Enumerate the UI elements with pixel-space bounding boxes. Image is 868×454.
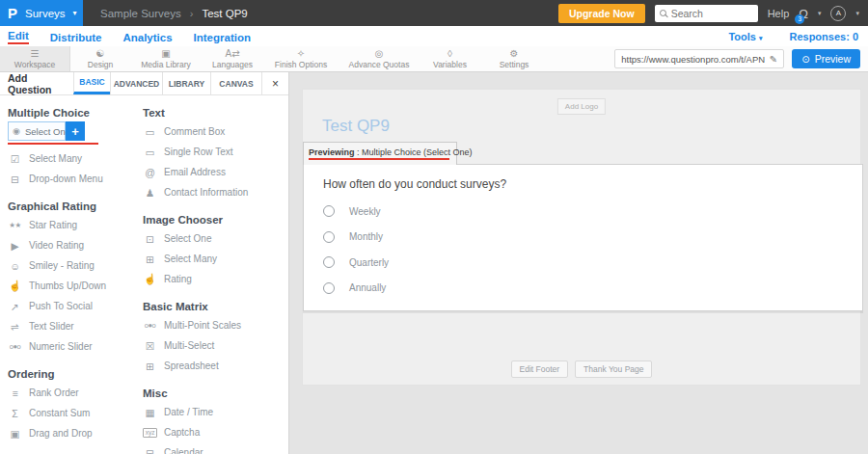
spreadsheet-icon: ⊞ [143,361,157,372]
toolbar-item-variables[interactable]: ◊ Variables [420,46,480,71]
tab-advanced[interactable]: ADVANCED [110,72,162,94]
sidebar-item-image-rating[interactable]: ☝ Rating [143,269,282,289]
sidebar-item-push-to-social[interactable]: ↗ Push To Social [8,296,135,316]
question-text[interactable]: How often do you conduct surveys? [323,177,843,191]
radio-icon[interactable] [323,231,335,243]
search-input[interactable] [671,8,750,19]
section-heading: Image Chooser [143,214,282,226]
toolbar-item-languages[interactable]: A⇄ Languages [202,46,263,71]
question-types-column-1: Multiple Choice ◉ Select One + ☑ Select … [8,95,135,454]
sidebar-item-email-address[interactable]: @ Email Address [143,162,282,182]
sidebar-item-smiley-rating[interactable]: ☺ Smiley - Rating [8,255,135,276]
sidebar-item-select-one: ◉ Select One + [8,121,135,145]
nav-right: Tools ▾ Responses: 0 [728,31,858,42]
dropdown-menu-icon: ⊟ [8,174,22,185]
search-box[interactable] [655,5,758,22]
tab-basic[interactable]: BASIC [73,72,110,94]
nav-item-distribute[interactable]: Distribute [50,30,102,43]
toolbar-item-advance-quotas[interactable]: ◎ Advance Quotas [339,46,420,71]
calendar-icon: ⊟ [143,447,157,454]
single-row-text-icon: ▭ [143,147,157,158]
survey-title[interactable]: Test QP9 [322,117,390,136]
push-social-icon: ↗ [8,301,22,312]
section-heading: Basic Matrix [143,301,282,312]
sidebar-item-drag-and-drop[interactable]: ▣ Drag and Drop [8,423,135,443]
survey-url-input[interactable] [621,54,765,65]
sidebar-item-spreadsheet[interactable]: ⊞ Spreadsheet [143,356,282,376]
sidebar-item-star-rating[interactable]: ★★ Star Rating [8,215,135,235]
tab-canvas[interactable]: CANVAS [210,72,261,94]
multi-point-scales-icon: o●o [143,321,157,330]
radio-icon[interactable] [323,205,335,217]
close-icon[interactable]: × [261,72,288,94]
option-label: Annually [349,282,386,293]
sidebar-item-multi-point-scales[interactable]: o●o Multi-Point Scales [143,315,282,335]
add-question-plus-button[interactable]: + [66,121,85,141]
sidebar-item-thumbs-updown[interactable]: ☝ Thumbs Up/Down [8,276,135,296]
nav-item-edit[interactable]: Edit [8,28,29,44]
select-many-icon: ☑ [8,153,22,165]
image-select-many-icon: ⊞ [143,254,157,265]
contact-info-icon: ♟ [143,187,157,199]
multi-select-icon: ☒ [143,340,157,352]
constant-sum-icon: Σ [8,408,22,419]
toolbar-item-workspace[interactable]: ☰ Workspace [0,46,70,71]
avatar[interactable]: A [830,6,846,21]
sidebar-item-calendar[interactable]: ⊟ Calendar [143,442,282,454]
tab-library[interactable]: LIBRARY [162,72,210,94]
sidebar-item-numeric-slider[interactable]: o●o Numeric Slider [8,336,135,357]
question-card[interactable]: How often do you conduct surveys? Weekly… [303,164,863,311]
rank-order-icon: ≡ [8,387,22,399]
image-icon: ▣ [161,49,170,59]
sidebar-item-multi-select[interactable]: ☒ Multi-Select [143,335,282,356]
responses-link[interactable]: Responses: 0 [789,31,858,42]
sidebar-item-date-time[interactable]: ▦ Date / Time [143,402,282,422]
questionpro-logo[interactable]: P [8,6,17,20]
sidebar-item-dropdown-menu[interactable]: ⊟ Drop-down Menu [8,169,135,189]
thank-you-page-button[interactable]: Thank You Page [575,361,652,378]
option-label: Monthly [349,231,383,242]
topbar-right: Upgrade Now Help Ω 3 ▾ A ▾ [558,4,868,23]
sidebar-item-rank-order[interactable]: ≡ Rank Order [8,383,135,403]
add-logo-button[interactable]: Add Logo [557,98,606,115]
sidebar-body: Multiple Choice ◉ Select One + ☑ Select … [0,95,288,454]
sidebar-item-constant-sum[interactable]: Σ Constant Sum [8,403,135,423]
breadcrumb-current: Test QP9 [202,8,247,19]
radio-icon[interactable] [323,282,335,294]
toolbar-item-media-library[interactable]: ▣ Media Library [130,46,202,71]
select-one-icon: ◉ [12,126,21,136]
tag-icon: ◊ [448,49,452,59]
nav-item-integration[interactable]: Integration [194,30,251,43]
email-icon: @ [143,167,157,178]
nav-item-analytics[interactable]: Analytics [122,30,172,43]
tools-menu[interactable]: Tools ▾ [728,31,762,42]
thumbs-updown-icon: ☝ [8,280,22,292]
sidebar-item-captcha[interactable]: xyz Captcha [143,422,282,442]
sidebar-item-image-select-one[interactable]: ⊡ Select One [143,228,282,249]
sidebar-item-single-row-text[interactable]: ▭ Single Row Text [143,142,282,162]
video-rating-icon: ▶ [8,240,22,252]
notifications-button[interactable]: Ω 3 [799,5,808,22]
sidebar-item-text-slider[interactable]: ⇌ Text Slider [8,316,135,336]
toolbar-item-finish-options[interactable]: ✧ Finish Options [263,46,339,71]
help-link[interactable]: Help [768,8,790,19]
toolbar-item-settings[interactable]: ⚙ Settings [480,46,548,71]
radio-icon[interactable] [323,256,335,268]
edit-pencil-icon[interactable]: ✎ [770,54,777,65]
sidebar-item-video-rating[interactable]: ▶ Video Rating [8,235,135,255]
toolbar-item-design[interactable]: ☯ Design [70,46,130,71]
edit-footer-button[interactable]: Edit Footer [511,361,569,378]
sidebar-item-comment-box[interactable]: ▭ Comment Box [143,121,282,142]
red-underline [309,158,449,160]
upgrade-now-button[interactable]: Upgrade Now [558,4,645,23]
breadcrumb-parent[interactable]: Sample Surveys [100,8,181,19]
preview-button[interactable]: ⊙ Preview [792,49,860,68]
select-one-item[interactable]: ◉ Select One [8,121,66,141]
section-heading: Text [143,107,282,119]
sidebar-item-image-select-many[interactable]: ⊞ Select Many [143,249,282,269]
sidebar-item-select-many[interactable]: ☑ Select Many [8,148,135,169]
breadcrumb-separator-icon: › [190,8,194,19]
previewing-tag: Previewing : Multiple Choice (Select One… [303,142,457,165]
surveys-menu[interactable]: P Surveys ▾ [0,0,83,26]
sidebar-item-contact-information[interactable]: ♟ Contact Information [143,182,282,202]
